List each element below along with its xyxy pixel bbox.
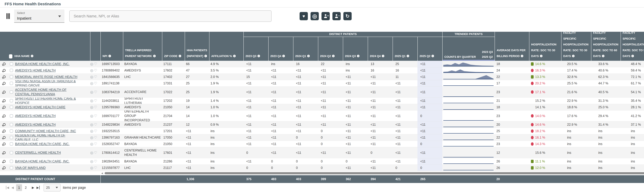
refresh-button[interactable]: ↻ xyxy=(344,12,352,20)
info-icon[interactable]: i xyxy=(307,55,310,57)
col-header-hha-name[interactable]: HHA NAMEi xyxy=(0,32,90,61)
hha-name-link[interactable]: SPIRITRUST LUTHERAN HOME CARE & HOSPICE xyxy=(15,98,78,104)
target-icon[interactable]: ◎ xyxy=(90,68,93,73)
magnify-icon[interactable] xyxy=(3,115,6,117)
info-icon[interactable]: i xyxy=(179,55,181,57)
info-icon[interactable]: i xyxy=(602,55,604,57)
col-header-zip[interactable]: ZIP CODEi xyxy=(162,32,185,61)
scroll-left-arrow[interactable]: ◀ xyxy=(101,172,103,174)
info-icon[interactable]: i xyxy=(108,55,111,57)
row-checkbox[interactable] xyxy=(10,114,13,118)
horizontal-scrollbar-thumb[interactable] xyxy=(104,172,644,174)
target-icon[interactable]: ◎ xyxy=(90,114,93,118)
last-page-button[interactable]: ▶ xyxy=(36,186,40,189)
col-header-network[interactable]: TRELLA INFERRED PARENT NETWORKi xyxy=(123,32,162,61)
hha-name-link[interactable]: AMEDISYS HOME HEALTH CARE xyxy=(15,105,66,109)
heart-outline-icon[interactable]: ♡ xyxy=(94,142,97,146)
target-button[interactable]: ◎ xyxy=(310,12,319,20)
magnify-icon[interactable] xyxy=(3,99,6,102)
info-icon[interactable]: i xyxy=(521,55,523,57)
heart-outline-icon[interactable]: ♡ xyxy=(94,114,97,118)
hha-name-link[interactable]: COMMUNITY HOME HEALTH CARE, INC xyxy=(15,129,76,133)
row-checkbox[interactable] xyxy=(10,129,13,133)
col-header-fs60[interactable]: FACILITY SPECIFIC HOSPITALIZATION RATE: … xyxy=(591,32,620,61)
page-size-select[interactable]: 25 xyxy=(44,184,60,191)
favorites-button[interactable]: ♥ xyxy=(300,12,308,20)
magnify-icon[interactable] xyxy=(3,143,6,145)
target-icon[interactable]: ◎ xyxy=(90,105,93,109)
col-header-hosp[interactable]: HOSPITALIZATION RATE: SOC TO 30 DAYSi xyxy=(529,32,561,61)
magnify-icon[interactable] xyxy=(3,151,6,154)
col-header-quarter-2024-Q4[interactable]: 2024 Q4i xyxy=(368,37,392,61)
magnify-icon[interactable] xyxy=(3,136,6,139)
info-icon[interactable]: i xyxy=(382,55,384,57)
col-header-patients[interactable]: HHA PATIENTS (INPATIENT)i xyxy=(185,32,209,61)
magnify-icon[interactable] xyxy=(3,69,6,72)
row-checkbox[interactable] xyxy=(10,160,13,163)
col-header-fs30[interactable]: FACILITY SPECIFIC HOSPITALIZATION RATE: … xyxy=(561,32,591,61)
heart-outline-icon[interactable]: ♡ xyxy=(94,159,97,163)
drag-handle-icon[interactable] xyxy=(6,13,10,19)
target-icon[interactable]: ◎ xyxy=(90,151,93,155)
target-icon[interactable]: ◎ xyxy=(90,135,93,140)
hha-name-link[interactable]: VNA OF MARYLAND xyxy=(15,166,46,170)
page-button-1[interactable]: 1 xyxy=(16,184,22,191)
metric-select[interactable]: Select Inpatient xyxy=(14,10,64,23)
hha-name-link[interactable]: AMEDISYS HOME HEALTH xyxy=(15,114,56,118)
heart-outline-icon[interactable]: ♡ xyxy=(94,62,97,66)
hha-name-link[interactable]: BAYADA HOME HEALTH CARE, INC. xyxy=(15,142,70,146)
info-icon[interactable]: i xyxy=(204,55,207,57)
magnify-icon[interactable] xyxy=(3,130,6,132)
magnify-icon[interactable] xyxy=(3,160,6,163)
hha-name-link[interactable]: AMEDISYS HOME HEALTH xyxy=(15,122,56,127)
target-icon[interactable]: ◎ xyxy=(90,159,93,163)
magnify-icon[interactable] xyxy=(3,82,6,85)
heart-outline-icon[interactable]: ♡ xyxy=(94,105,97,109)
hha-name-link[interactable]: BAYADA HOME HEALTH CARE, INC. xyxy=(15,62,70,66)
col-header-quarter-2025-Q1[interactable]: 2025 Q1i xyxy=(392,37,418,61)
select-all-checkbox[interactable] xyxy=(9,54,12,59)
target-icon[interactable]: ◎ xyxy=(90,62,93,66)
col-header-quarter-2024-Q3[interactable]: 2024 Q3i xyxy=(343,37,368,61)
magnify-icon[interactable] xyxy=(3,123,6,126)
hha-name-link[interactable]: CENTERWELL HOME HEALTH xyxy=(15,150,61,155)
info-icon[interactable]: i xyxy=(572,55,574,57)
magnify-icon[interactable] xyxy=(3,91,6,93)
hha-name-link[interactable]: BAYADA HOME HEALTH CARE, INC. xyxy=(15,159,70,164)
info-icon[interactable]: i xyxy=(540,55,542,57)
remove-person-button[interactable]: − xyxy=(332,12,341,20)
magnify-icon[interactable] xyxy=(3,106,6,108)
info-icon[interactable]: i xyxy=(632,55,634,57)
target-icon[interactable]: ◎ xyxy=(90,75,93,79)
row-checkbox[interactable] xyxy=(10,75,13,78)
target-icon[interactable]: ◎ xyxy=(90,122,93,127)
col-header-npi[interactable]: NPIi xyxy=(100,32,123,61)
magnify-icon[interactable] xyxy=(3,166,6,169)
info-icon[interactable]: i xyxy=(31,55,33,57)
row-checkbox[interactable] xyxy=(10,166,13,169)
row-checkbox[interactable] xyxy=(10,69,13,72)
heart-outline-icon[interactable]: ♡ xyxy=(94,90,97,94)
hha-name-link[interactable]: MEMORIAL WHITE ROSE HOME HEALTH xyxy=(15,75,77,79)
info-icon[interactable]: i xyxy=(432,55,434,57)
info-icon[interactable]: i xyxy=(406,55,409,57)
col-header-quarter-2025-Q2[interactable]: 2025 Q2i xyxy=(418,37,442,61)
info-icon[interactable]: i xyxy=(282,55,285,57)
target-icon[interactable]: ◎ xyxy=(90,99,93,103)
search-input[interactable]: Search Name, NPI, or Alias xyxy=(69,11,272,22)
heart-outline-icon[interactable]: ♡ xyxy=(94,81,97,85)
info-icon[interactable]: i xyxy=(357,55,360,57)
row-checkbox[interactable] xyxy=(10,90,13,94)
row-checkbox[interactable] xyxy=(10,99,13,102)
hha-name-link[interactable]: VISITING NURSE ASSN OF HANOVER & SPRING … xyxy=(15,80,78,86)
heart-outline-icon[interactable]: ♡ xyxy=(94,75,97,79)
row-checkbox[interactable] xyxy=(10,136,13,139)
row-checkbox[interactable] xyxy=(10,82,13,85)
magnify-icon[interactable] xyxy=(3,76,6,78)
heart-outline-icon[interactable]: ♡ xyxy=(94,166,97,170)
info-icon[interactable]: i xyxy=(332,55,334,57)
info-icon[interactable]: i xyxy=(258,55,260,57)
heart-outline-icon[interactable]: ♡ xyxy=(94,99,97,103)
col-header-counts-by-quarter[interactable]: COUNTS BY QUARTER2023 Q32025 Q2 xyxy=(442,37,494,61)
info-icon[interactable]: i xyxy=(233,55,236,57)
